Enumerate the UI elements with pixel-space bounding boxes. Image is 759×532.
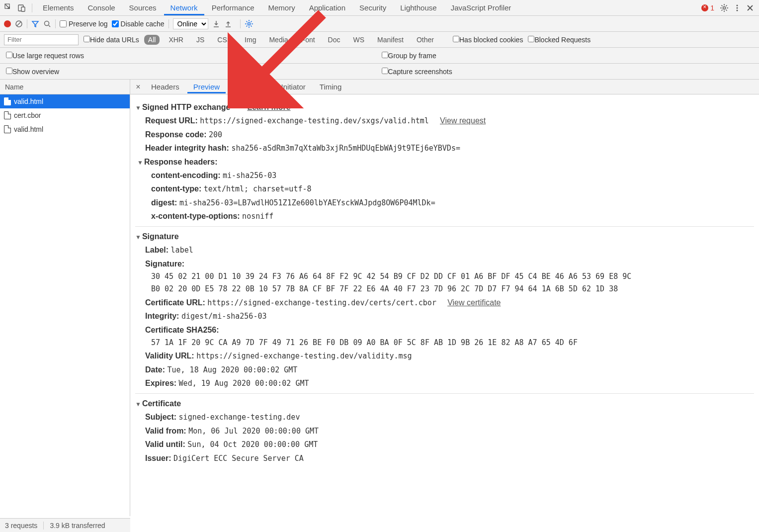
clear-icon[interactable] — [15, 20, 23, 28]
record-button[interactable] — [4, 20, 11, 27]
tab-security[interactable]: Security — [353, 0, 393, 15]
hide-data-urls-checkbox[interactable]: Hide data URLs — [84, 36, 139, 44]
disable-cache-checkbox[interactable]: Disable cache — [112, 20, 165, 28]
svg-point-3 — [723, 6, 726, 9]
tab-console[interactable]: Console — [82, 0, 122, 15]
error-badge[interactable]: 1 — [698, 4, 717, 12]
view-certificate-link[interactable]: View certificate — [447, 298, 501, 307]
response-code-value: 200 — [209, 130, 222, 139]
filter-icon[interactable] — [31, 20, 39, 28]
cert-sha-key: Certificate SHA256: — [145, 326, 219, 334]
section-title: Signature — [142, 232, 179, 241]
section-title: Signed HTTP exchange — [142, 103, 231, 111]
type-doc[interactable]: Doc — [324, 35, 344, 45]
network-settings-icon[interactable] — [245, 19, 253, 28]
type-css[interactable]: CSS — [213, 35, 236, 45]
validity-url-value: https://signed-exchange-testing.dev/vali… — [196, 352, 412, 360]
close-detail-icon[interactable]: × — [133, 82, 143, 92]
preview-content: ▼Signed HTTP exchangeLearn more Request … — [130, 94, 759, 516]
sig-label-value: label — [171, 246, 193, 255]
devtools-tabbar: Elements Console Sources Network Perform… — [0, 0, 759, 16]
blocked-cookies-checkbox[interactable]: Has blocked cookies — [453, 36, 523, 44]
integrity-value: digest/mi-sha256-03 — [181, 312, 267, 321]
request-name: valid.html — [14, 125, 43, 133]
request-row[interactable]: cert.cbor — [0, 108, 130, 122]
blocked-requests-checkbox[interactable]: Blocked Requests — [528, 36, 590, 44]
search-icon[interactable] — [43, 20, 51, 28]
upload-icon[interactable] — [224, 20, 232, 28]
options-row-2: Show overview Capture screenshots — [0, 64, 759, 80]
svg-point-9 — [45, 21, 49, 25]
learn-more-link[interactable]: Learn more — [247, 100, 290, 114]
detail-tab-preview[interactable]: Preview — [187, 80, 226, 93]
group-frame-checkbox[interactable]: Group by frame — [382, 52, 436, 60]
settings-icon[interactable] — [718, 2, 730, 14]
offline-icon[interactable] — [212, 20, 220, 28]
more-icon[interactable] — [731, 2, 743, 14]
content-encoding-key: content-encoding: — [151, 171, 221, 179]
group-frame-label: Group by frame — [388, 52, 436, 60]
content-type-key: content-type: — [151, 184, 201, 193]
throttling-select[interactable]: Online — [173, 18, 208, 29]
name-column-header[interactable]: Name — [0, 80, 130, 94]
detail-tab-headers[interactable]: Headers — [145, 80, 185, 93]
request-row[interactable]: valid.html — [0, 122, 130, 136]
tab-lighthouse[interactable]: Lighthouse — [394, 0, 443, 15]
tab-performance[interactable]: Performance — [205, 0, 261, 15]
detail-tab-response[interactable]: Response — [228, 80, 273, 93]
subject-key: Subject: — [145, 413, 176, 421]
transferred-size: 3.9 kB transferred — [50, 522, 105, 530]
disclosure-triangle-icon[interactable]: ▼ — [137, 159, 143, 166]
svg-line-10 — [49, 25, 50, 27]
detail-tabs: × Headers Preview Response Initiator Tim… — [130, 80, 759, 94]
detail-tab-timing[interactable]: Timing — [314, 80, 347, 93]
tab-sources[interactable]: Sources — [123, 0, 163, 15]
type-all[interactable]: All — [144, 35, 160, 45]
disclosure-triangle-icon[interactable]: ▼ — [135, 104, 141, 111]
type-other[interactable]: Other — [413, 35, 438, 45]
document-icon — [4, 111, 11, 119]
type-ws[interactable]: WS — [349, 35, 369, 45]
tab-js-profiler[interactable]: JavaScript Profiler — [444, 0, 518, 15]
sig-label-key: Label: — [145, 246, 169, 254]
filter-input[interactable] — [4, 34, 79, 45]
svg-point-13 — [248, 22, 250, 25]
tab-elements[interactable]: Elements — [36, 0, 81, 15]
tab-application[interactable]: Application — [303, 0, 352, 15]
type-js[interactable]: JS — [192, 35, 208, 45]
type-manifest[interactable]: Manifest — [373, 35, 408, 45]
type-img[interactable]: Img — [241, 35, 260, 45]
type-xhr[interactable]: XHR — [165, 35, 187, 45]
signature-hex-line: B0 02 20 0D E5 78 22 0B 10 57 7B 8A CF B… — [135, 283, 754, 296]
network-toolbar: Preserve log Disable cache Online — [0, 16, 759, 32]
close-devtools-icon[interactable] — [744, 2, 756, 14]
valid-until-value: Sun, 04 Oct 2020 00:00:00 GMT — [187, 440, 318, 449]
tab-network[interactable]: Network — [164, 0, 204, 15]
inspect-icon[interactable] — [3, 2, 15, 14]
content-type-value: text/html; charset=utf-8 — [204, 184, 312, 193]
integrity-key: Integrity: — [145, 312, 179, 320]
detail-tab-initiator[interactable]: Initiator — [275, 80, 312, 93]
disclosure-triangle-icon[interactable]: ▼ — [135, 401, 141, 408]
capture-screenshots-label: Capture screenshots — [388, 68, 452, 76]
request-list: Name valid.html cert.cbor valid.html — [0, 80, 130, 516]
preserve-log-checkbox[interactable]: Preserve log — [60, 20, 108, 28]
svg-line-8 — [17, 22, 21, 26]
request-url-key: Request URL: — [145, 116, 198, 125]
type-media[interactable]: Media — [265, 35, 292, 45]
capture-screenshots-checkbox[interactable]: Capture screenshots — [382, 68, 452, 76]
type-font[interactable]: Font — [297, 35, 319, 45]
view-request-link[interactable]: View request — [440, 116, 486, 125]
signature-hex-line: 30 45 02 21 00 D1 10 39 24 F3 76 A6 64 8… — [135, 270, 754, 283]
preserve-log-label: Preserve log — [69, 20, 108, 28]
valid-from-key: Valid from: — [145, 427, 186, 435]
tab-memory[interactable]: Memory — [262, 0, 302, 15]
issuer-key: Issuer: — [145, 454, 171, 462]
request-name: cert.cbor — [14, 111, 41, 119]
request-row[interactable]: valid.html — [0, 94, 130, 108]
validity-url-key: Validity URL: — [145, 352, 194, 360]
disclosure-triangle-icon[interactable]: ▼ — [135, 234, 141, 241]
large-rows-checkbox[interactable]: Use large request rows — [6, 52, 84, 60]
device-toggle-icon[interactable] — [16, 2, 28, 14]
show-overview-checkbox[interactable]: Show overview — [6, 68, 59, 76]
